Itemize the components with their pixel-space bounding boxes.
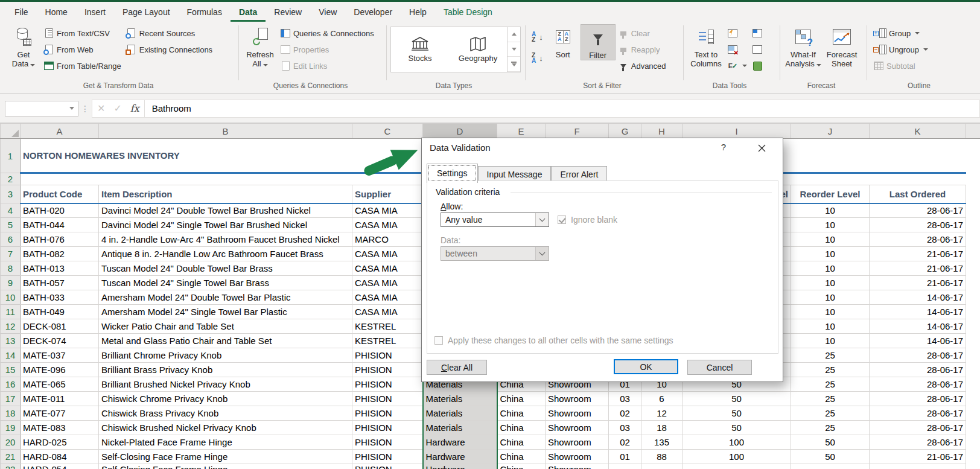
cell-G22[interactable] [609,464,641,469]
cell-J18[interactable]: 25 [791,406,870,421]
row-header-22[interactable]: 22 [1,464,21,469]
row-header-6[interactable]: 6 [1,232,21,247]
cell-B13[interactable]: Metal and Glass Patio Chair and Table Se… [99,334,352,348]
cell-K4[interactable]: 28-06-17 [870,203,966,218]
cell-J4[interactable]: 10 [791,203,870,218]
stocks-data-type[interactable]: Stocks [391,27,449,72]
cell-C13[interactable]: KESTREL [352,334,423,348]
cell-C19[interactable]: PHISION [352,421,423,435]
column-header-D[interactable]: D [423,124,497,139]
checkbox-unchecked-icon[interactable] [434,336,443,345]
cell-K6[interactable]: 28-06-17 [870,232,966,247]
row-header-16[interactable]: 16 [1,377,21,392]
cell-B19[interactable]: Chiswick Brushed Nickel Privacy Knob [99,421,352,435]
cell-G18[interactable]: 02 [609,406,641,421]
cell-B3[interactable]: Item Description [99,185,352,203]
cell-K17[interactable]: 28-06-17 [870,392,966,406]
cell-C20[interactable]: PHISION [352,435,423,450]
cell-E19[interactable]: China [497,421,546,435]
gallery-more-icon[interactable] [508,57,520,72]
subtotal-button[interactable]: Subtotal [871,58,931,74]
name-box-dropdown-icon[interactable] [69,107,74,110]
cell-J13[interactable]: 10 [791,334,870,348]
column-header-F[interactable]: F [546,124,609,139]
close-icon[interactable] [755,142,768,153]
cell-x13[interactable] [966,334,980,348]
cell-D18[interactable]: Materials [423,406,497,421]
cell-C14[interactable]: PHISION [352,348,423,363]
name-box-input[interactable] [5,104,63,113]
dropdown-arrow-icon[interactable] [535,213,549,226]
column-header-G[interactable]: G [609,124,641,139]
gallery-up-icon[interactable] [508,27,520,42]
row-header-12[interactable]: 12 [1,319,21,334]
cell-J5[interactable]: 10 [791,218,870,232]
insert-function-icon[interactable]: fx [130,103,139,114]
cell-A2[interactable] [21,173,99,185]
cell-B7[interactable]: Antique 8 in. 2-Handle Low Arc Bathroom … [99,247,352,261]
cell-x7[interactable] [966,247,980,261]
cell-D20[interactable]: Hardware [423,435,497,450]
cell-A13[interactable]: DECK-074 [21,334,99,348]
ok-button[interactable]: OK [614,359,678,374]
cell-B22[interactable]: Self-Closing Face Frame Hinge [99,464,352,469]
cell-J1[interactable] [791,139,870,173]
cell-C11[interactable]: CASA MIA [352,305,423,319]
cell-x22[interactable] [966,464,980,469]
cell-A19[interactable]: MATE-083 [21,421,99,435]
filter-button[interactable]: Filter [581,24,616,60]
ribbon-tab-formulas[interactable]: Formulas [179,4,231,22]
cell-C9[interactable]: CASA MIA [352,276,423,290]
cell-J20[interactable]: 50 [791,435,870,450]
cell-A8[interactable]: BATH-013 [21,261,99,276]
row-header-11[interactable]: 11 [1,305,21,319]
cell-H19[interactable]: 18 [641,421,682,435]
consolidate-button[interactable] [749,25,765,41]
get-data-button[interactable]: Get Data [6,24,41,68]
column-header-H[interactable]: H [641,124,682,139]
cell-B4[interactable]: Davinci Model 24" Double Towel Bar Brush… [99,203,352,218]
column-header-A[interactable]: A [21,124,99,139]
cell-J9[interactable]: 10 [791,276,870,290]
geography-data-type[interactable]: Geography [449,27,507,72]
cell-A9[interactable]: BATH-057 [21,276,99,290]
ribbon-tab-table-design[interactable]: Table Design [435,4,501,22]
cell-B20[interactable]: Nickel-Plated Face Frame Hinge [99,435,352,450]
ribbon-tab-insert[interactable]: Insert [76,4,114,22]
row-header-13[interactable]: 13 [1,334,21,348]
clear-all-button[interactable]: Clear All [427,360,487,375]
cell-K16[interactable]: 28-06-17 [870,377,966,392]
cell-J22[interactable] [791,464,870,469]
cell-x9[interactable] [966,276,980,290]
cell-I22[interactable] [682,464,791,469]
select-all-corner[interactable] [1,124,21,139]
cell-K19[interactable]: 28-06-17 [870,421,966,435]
data-validation-button[interactable]: E✓ [725,58,749,74]
ribbon-tab-page-layout[interactable]: Page Layout [114,4,179,22]
cell-B16[interactable]: Brilliant Brushed Nickel Privacy Knob [99,377,352,392]
cell-K5[interactable]: 28-06-17 [870,218,966,232]
cell-B6[interactable]: 4 in. 2-Handle Low-Arc 4" Bathroom Fauce… [99,232,352,247]
cell-x11[interactable] [966,305,980,319]
cell-K14[interactable]: 28-06-17 [870,348,966,363]
cell-C4[interactable]: CASA MIA [352,203,423,218]
cell-A10[interactable]: BATH-033 [21,290,99,305]
clear-filter-button[interactable]: Clear [616,25,669,41]
reapply-filter-button[interactable]: Reapply [616,42,669,57]
cancel-entry-icon[interactable]: ✕ [97,103,105,114]
cell-A5[interactable]: BATH-044 [21,218,99,232]
cell-x8[interactable] [966,261,980,276]
cell-B10[interactable]: Amersham Model 24" Double Towel Bar Plas… [99,290,352,305]
text-to-columns-button[interactable]: Text to Columns [687,24,725,68]
row-header-3[interactable]: 3 [1,185,21,203]
cell-x10[interactable] [966,290,980,305]
cell-K2[interactable] [870,173,966,185]
column-header-partial[interactable] [966,124,980,139]
refresh-all-button[interactable]: Refresh All [243,24,278,68]
cell-C15[interactable]: PHISION [352,363,423,377]
cell-A18[interactable]: MATE-077 [21,406,99,421]
help-icon[interactable]: ? [718,142,730,152]
cell-E20[interactable]: China [497,435,546,450]
cell-A15[interactable]: MATE-096 [21,363,99,377]
cell-x2[interactable] [966,173,980,185]
